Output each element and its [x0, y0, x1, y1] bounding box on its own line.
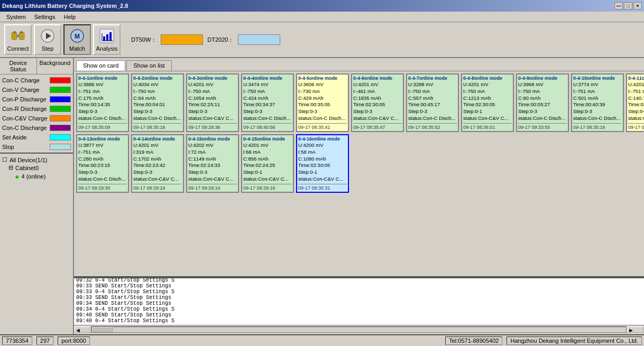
- status-label: Con-R Discharge: [2, 106, 47, 112]
- card-0-4-8[interactable]: 0-4-8online mode U:4201 mVI:-750 mAC:121…: [461, 73, 514, 132]
- horizontal-scroll[interactable]: ◄ ►: [74, 325, 644, 333]
- status-label: Con-C Charge: [2, 77, 40, 83]
- window-title: Dekang Lithium Battery Charging System_2…: [2, 3, 128, 9]
- tree-cabinet: ⊟ Cabinet0: [2, 164, 71, 172]
- connect-icon: [10, 27, 26, 44]
- card-divider: [243, 123, 292, 124]
- status-con-cav-charge: Con-C&V Charge: [1, 114, 72, 123]
- status-color-green2: [50, 106, 71, 112]
- card-row-1: 0-4-1online mode U:3886 mVI:-751 mAC:175…: [76, 73, 642, 132]
- svg-rect-13: [106, 34, 108, 41]
- svg-text:M: M: [75, 33, 80, 40]
- card-header: 0-4-4online mode: [243, 76, 292, 81]
- step-button[interactable]: Step: [34, 24, 61, 55]
- status-color-stop: [50, 144, 71, 150]
- card-divider: [353, 123, 402, 124]
- card-header: 0-4-15online mode: [188, 136, 237, 142]
- card-header: 0-4-10online mode: [573, 76, 622, 81]
- card-date: 09-17 09:29:30: [78, 185, 127, 191]
- svg-rect-14: [109, 32, 112, 41]
- status-con-c-charge: Con-C Charge: [1, 76, 72, 85]
- match-icon: M: [69, 27, 86, 44]
- menu-system[interactable]: System: [2, 13, 30, 21]
- dt2020-label: DT2020：: [207, 36, 234, 44]
- card-header: 0-4-15online mode: [243, 136, 292, 142]
- card-header: 0-4-9online mode: [518, 76, 567, 81]
- card-date: 09-17 08:35:52: [408, 125, 457, 130]
- card-data: U:4201 mVI:-750 mAC:1213 mAh Time:02:30:…: [463, 81, 512, 122]
- analysis-icon: [98, 27, 115, 44]
- show-on-list-tab[interactable]: Show on list: [126, 60, 171, 71]
- status-company: Hangzhou Dekang Intelligent Equipment Co…: [507, 336, 642, 345]
- card-data: U:3877 mVI:-751 mAC:280 mAh Time:00:23:1…: [78, 142, 127, 183]
- card-header: 0-4-1online mode: [78, 76, 127, 81]
- card-0-4-4[interactable]: 0-4-4online mode U:3474 mVI:-750 mAC:424…: [241, 73, 294, 132]
- card-0-4-16[interactable]: 0-4-16online mode U:4200 mVI:58 mAC:1080…: [296, 134, 349, 193]
- card-data: U:3774 mVI:-751 mAC:501 mAh Time:00:40:3…: [573, 81, 622, 122]
- status-number: 7736354: [6, 338, 29, 344]
- show-on-card-tab[interactable]: Show on card: [76, 60, 125, 71]
- minimize-button[interactable]: —: [614, 2, 623, 10]
- status-left-value: 7736354: [2, 336, 32, 345]
- card-0-4-3[interactable]: 0-4-3online mode U:4201 mVI:-750 mAC:165…: [186, 73, 239, 132]
- status-label: Con-V Charge: [2, 87, 39, 93]
- card-divider: [518, 123, 567, 124]
- menu-settings[interactable]: Settings: [30, 13, 60, 21]
- log-area[interactable]: 09:32 SEND Start/Stop Settings09:32 0-4 …: [74, 277, 644, 325]
- close-button[interactable]: ×: [633, 2, 642, 10]
- status-stop: Stop: [1, 142, 72, 152]
- svg-rect-2: [16, 35, 20, 37]
- card-0-4-14[interactable]: 0-4-14online mode U:4201 mVI:319 mAC:170…: [131, 134, 184, 193]
- maximize-button[interactable]: □: [624, 2, 632, 10]
- card-0-4-7[interactable]: 0-4-7online mode U:3288 mVI:-750 mAC:557…: [406, 73, 459, 132]
- card-0-4-10[interactable]: 0-4-10online mode U:3774 mVI:-751 mAC:50…: [571, 73, 624, 132]
- card-date: 09-17 09:29:36: [188, 125, 237, 130]
- content-area: Show on card Show on list 0-4-1online mo…: [74, 58, 644, 334]
- card-0-4-15b[interactable]: 0-4-15online mode U:4201 mVI:66 mAC:856 …: [241, 134, 294, 193]
- menu-help[interactable]: Help: [59, 13, 80, 21]
- status-tel-value: Tel:0571-88905402: [449, 338, 499, 344]
- card-0-4-9[interactable]: 0-4-9online mode U:3968 mVI:-750 mAC:60 …: [516, 73, 569, 132]
- status-color-cyan: [50, 134, 71, 141]
- card-0-4-6[interactable]: 0-4-6online mode U:4201 mVI:-461 mAC:183…: [351, 73, 404, 132]
- card-divider: [188, 123, 237, 124]
- card-header: 0-4-13online mode: [78, 136, 127, 142]
- tree-root: ☐ All Device(1/1): [2, 156, 71, 164]
- tree-expand-icon2: ⊟: [8, 164, 13, 171]
- dt50w-label: DT50W：: [131, 36, 157, 44]
- device-status-tab[interactable]: Device Status: [0, 58, 37, 74]
- card-date: 09-17 08:35:31: [298, 185, 347, 191]
- card-0-4-5[interactable]: 0-4-5online mode U:3606 mVI:-730 mAC:429…: [296, 73, 349, 132]
- status-color-purple: [50, 125, 71, 131]
- status-list: Con-C Charge Con-V Charge Con-P Discharg…: [0, 74, 73, 153]
- status-con-c-discharge: Con-C Discharge: [1, 123, 72, 133]
- status-label: Con-P Discharge: [2, 96, 47, 102]
- card-date: 09-17 09:40:26: [628, 125, 644, 130]
- analysis-button[interactable]: Analysis: [93, 24, 121, 55]
- background-tab[interactable]: Background: [37, 58, 73, 74]
- card-0-4-13[interactable]: 0-4-13online mode U:3877 mVI:-751 mAC:28…: [76, 134, 129, 193]
- card-0-4-2[interactable]: 0-4-2online mode U:4034 mVI:-750 mAC:64 …: [131, 73, 184, 132]
- connect-button[interactable]: Connect: [4, 24, 32, 55]
- card-header: 0-4-3online mode: [188, 76, 237, 81]
- card-divider: [188, 184, 237, 184]
- card-date: 09-17 08:35:47: [353, 125, 402, 130]
- match-label: Match: [69, 45, 85, 52]
- match-button[interactable]: M Match: [63, 24, 91, 55]
- card-date: 09-17 08:35:41: [298, 125, 347, 130]
- status-count: 297: [36, 336, 53, 345]
- tree-root-label: All Device(1/1): [10, 157, 48, 163]
- card-0-4-11[interactable]: 0-4-11online mode U:4201 mVI:-751 mAC:14…: [626, 73, 644, 132]
- status-con-p-discharge: Con-P Discharge: [1, 95, 72, 104]
- card-0-4-15a[interactable]: 0-4-15online mode U:4202 mVI:72 mAC:1149…: [186, 134, 239, 193]
- tree-online: ● 4 (online): [2, 172, 71, 181]
- log-line: 09:34 SEND Start/Stop Settings: [76, 301, 642, 306]
- status-label: Con-C&V Charge: [2, 115, 48, 121]
- status-label: Set Aside: [2, 134, 26, 141]
- card-0-4-1[interactable]: 0-4-1online mode U:3886 mVI:-751 mAC:175…: [76, 73, 129, 132]
- card-header: 0-4-11online mode: [628, 76, 644, 81]
- log-line: 09:32 0-4 Start/Stop Settings S: [76, 277, 642, 283]
- card-data: U:4201 mVI:319 mAC:1702 mAh Time:02:23:4…: [133, 142, 182, 183]
- status-bar: 7736354 297 port:8000 Tel:0571-88905402 …: [0, 334, 644, 346]
- status-tel: Tel:0571-88905402: [445, 336, 502, 345]
